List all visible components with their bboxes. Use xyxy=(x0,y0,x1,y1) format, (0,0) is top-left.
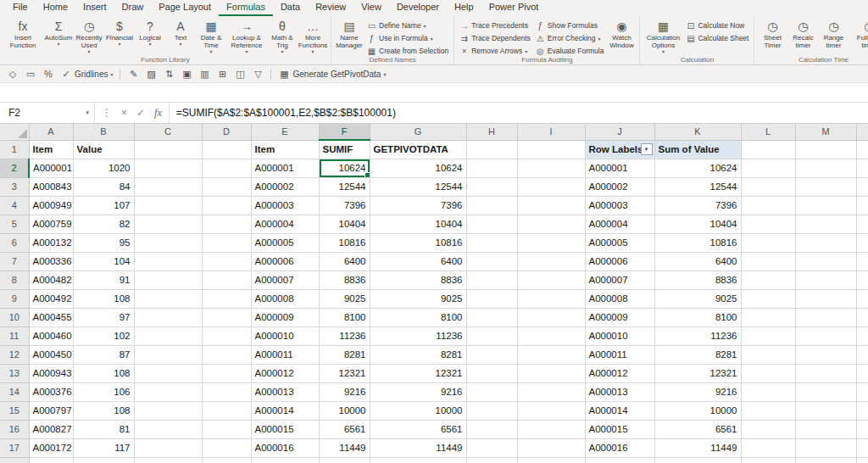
cell-M2[interactable] xyxy=(795,159,856,178)
cell-B5[interactable]: 82 xyxy=(73,215,134,234)
ribbon-button-calculation-options[interactable]: ▦Calculation Options▾ xyxy=(643,18,683,55)
menu-tab-power-pivot[interactable]: Power Pivot xyxy=(481,0,547,16)
cell-A18[interactable]: A000788 xyxy=(29,458,73,463)
row-header-13[interactable]: 13 xyxy=(0,365,29,383)
row-header-3[interactable]: 3 xyxy=(0,178,29,197)
menu-tab-insert[interactable]: Insert xyxy=(75,0,114,16)
row-header-17[interactable]: 17 xyxy=(0,439,29,458)
cell-H16[interactable] xyxy=(466,421,517,439)
cell-H18[interactable] xyxy=(466,458,517,463)
cell-H10[interactable] xyxy=(466,309,517,327)
cell-A7[interactable]: A000336 xyxy=(29,253,73,271)
cell-I12[interactable] xyxy=(517,346,585,365)
row-header-10[interactable]: 10 xyxy=(0,309,29,327)
ribbon-button-autosum[interactable]: ΣAutoSum▾ xyxy=(43,18,74,47)
toolbar-button-fill-color-icon[interactable]: ▨ xyxy=(142,68,159,81)
cell-E11[interactable]: A000010 xyxy=(251,327,319,346)
cell-D12[interactable] xyxy=(202,346,251,365)
cell-H14[interactable] xyxy=(466,383,517,402)
cell-L17[interactable] xyxy=(741,439,795,458)
cell-A2[interactable]: A000001 xyxy=(29,159,73,178)
cell-D1[interactable] xyxy=(202,140,251,159)
cell-M1[interactable] xyxy=(795,140,856,159)
cell-I5[interactable] xyxy=(517,215,585,234)
cell-A15[interactable]: A000797 xyxy=(29,402,73,421)
cell-overflow3[interactable] xyxy=(856,178,868,197)
col-header-A[interactable]: A xyxy=(29,124,73,140)
ribbon-button-recently-used[interactable]: ◷Recently Used▾ xyxy=(74,18,104,55)
toolbar-button-column-chart-icon[interactable]: ▥ xyxy=(196,68,213,81)
cell-M16[interactable] xyxy=(795,421,856,439)
row-header-16[interactable]: 16 xyxy=(0,421,29,439)
cell-J4[interactable]: A000003 xyxy=(585,197,654,215)
cell-L7[interactable] xyxy=(741,253,795,271)
ribbon-button-full-calc-timer[interactable]: ◷Full calc timer xyxy=(849,18,868,49)
cell-I18[interactable] xyxy=(517,458,585,463)
cell-M4[interactable] xyxy=(795,197,856,215)
cell-C3[interactable] xyxy=(134,178,202,197)
cell-C6[interactable] xyxy=(134,234,202,253)
col-header-J[interactable]: J xyxy=(585,124,654,140)
cell-G16[interactable]: 6561 xyxy=(370,421,466,439)
menu-tab-page-layout[interactable]: Page Layout xyxy=(151,0,219,16)
cell-C16[interactable] xyxy=(134,421,202,439)
cell-H4[interactable] xyxy=(466,197,517,215)
cell-H3[interactable] xyxy=(466,178,517,197)
cell-B10[interactable]: 97 xyxy=(73,309,134,327)
cell-M9[interactable] xyxy=(795,290,856,309)
ribbon-button-trace-precedents[interactable]: →Trace Precedents xyxy=(457,20,533,31)
cell-E10[interactable]: A000009 xyxy=(251,309,319,327)
ribbon-button-use-in-formula[interactable]: ƒUse in Formula▾ xyxy=(364,32,451,44)
cell-B9[interactable]: 108 xyxy=(73,290,134,309)
col-header-B[interactable]: B xyxy=(73,124,134,140)
cell-B4[interactable]: 107 xyxy=(73,197,134,215)
cell-L4[interactable] xyxy=(741,197,795,215)
formula-input[interactable]: =SUMIF($A$2:$A$100001,E2,$B$2:$B$100001) xyxy=(170,103,868,123)
cell-C2[interactable] xyxy=(134,159,202,178)
cell-J5[interactable]: A000004 xyxy=(585,215,654,234)
cell-A1[interactable]: Item xyxy=(29,140,73,159)
cell-J16[interactable]: A000015 xyxy=(585,421,654,439)
cell-I14[interactable] xyxy=(517,383,585,402)
toolbar-button-percent-style-icon[interactable]: % xyxy=(40,68,57,80)
cell-G12[interactable]: 8281 xyxy=(370,346,466,365)
row-header-12[interactable]: 12 xyxy=(0,346,29,365)
cell-I9[interactable] xyxy=(517,290,585,309)
col-header-I[interactable]: I xyxy=(517,124,585,140)
cell-F17[interactable]: 11449 xyxy=(319,439,370,458)
ribbon-button-range-timer[interactable]: ◷Range timer xyxy=(818,18,849,49)
cell-K9[interactable]: 9025 xyxy=(654,290,741,309)
cell-overflow6[interactable] xyxy=(856,234,868,253)
cell-I17[interactable] xyxy=(517,439,585,458)
cell-K4[interactable]: 7396 xyxy=(654,197,741,215)
cell-L9[interactable] xyxy=(741,290,795,309)
cell-G1[interactable]: GETPIVOTDATA xyxy=(370,140,466,159)
cell-overflow2[interactable] xyxy=(856,159,868,178)
cell-I3[interactable] xyxy=(517,178,585,197)
insert-function-icon[interactable]: fx xyxy=(154,107,162,120)
row-header-11[interactable]: 11 xyxy=(0,327,29,346)
cell-overflow18[interactable] xyxy=(856,458,868,463)
cell-E16[interactable]: A000015 xyxy=(251,421,319,439)
cell-G14[interactable]: 9216 xyxy=(370,383,466,402)
cell-A6[interactable]: A000132 xyxy=(29,234,73,253)
cell-K3[interactable]: 12544 xyxy=(654,178,741,197)
cell-J15[interactable]: A000014 xyxy=(585,402,654,421)
cell-J3[interactable]: A000002 xyxy=(585,178,654,197)
toolbar-button-generate-getpivotdata[interactable]: ▦Generate GetPivotData▾ xyxy=(275,68,388,81)
cell-F9[interactable]: 9025 xyxy=(319,290,370,309)
cell-L16[interactable] xyxy=(741,421,795,439)
cell-A16[interactable]: A000827 xyxy=(29,421,73,439)
cell-K17[interactable]: 11449 xyxy=(654,439,741,458)
cell-C5[interactable] xyxy=(134,215,202,234)
ribbon-button-financial[interactable]: $Financial▾ xyxy=(104,18,135,47)
cell-I8[interactable] xyxy=(517,271,585,290)
cell-K12[interactable]: 8281 xyxy=(654,346,741,365)
cell-M12[interactable] xyxy=(795,346,856,365)
row-header-18[interactable]: 18 xyxy=(0,458,29,463)
cell-J7[interactable]: A000006 xyxy=(585,253,654,271)
cell-K2[interactable]: 10624 xyxy=(654,159,741,178)
cell-L12[interactable] xyxy=(741,346,795,365)
cell-F3[interactable]: 12544 xyxy=(319,178,370,197)
cell-B15[interactable]: 108 xyxy=(73,402,134,421)
